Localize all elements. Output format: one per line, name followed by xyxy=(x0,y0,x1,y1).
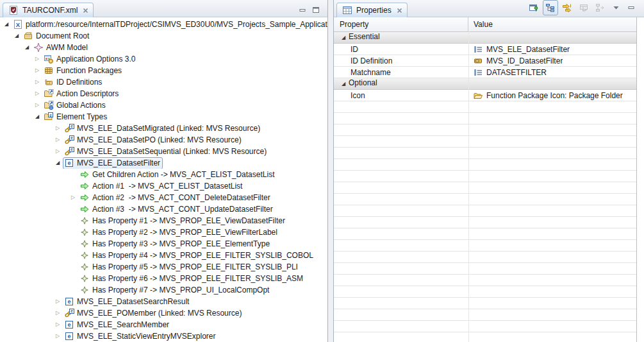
column-header-property[interactable]: Property xyxy=(334,17,468,31)
collapse-toggle-icon[interactable] xyxy=(53,157,63,169)
tree-item-label: Has Property #2 -> MVS_PROP_ELE_ViewFilt… xyxy=(90,228,277,237)
tree-item-content: eMVS_ELE_POMember (Linked: MVS Resource) xyxy=(63,307,244,319)
tree-item[interactable]: Has Property #1 -> MVS_PROP_ELE_ViewData… xyxy=(0,215,327,227)
tab-taurconf-xml[interactable]: TAURCONF.xml xyxy=(3,3,94,17)
tree-item[interactable]: Action #1 -> MVS_ACT_ELIST_DatasetList xyxy=(0,180,327,192)
tree-item[interactable]: eMVS_ELE_SearchMember xyxy=(0,319,327,330)
category-row[interactable]: Essential xyxy=(334,32,636,44)
tree-item[interactable]: eMVS_ELE_DataSetMigrated (Linked: MVS Re… xyxy=(0,123,327,134)
tree-item-content: eMVS_ELE_StaticViewEntryMVSExplorer xyxy=(63,330,219,342)
tree-item-content: Action Descriptors xyxy=(42,88,121,99)
expand-toggle-icon[interactable] xyxy=(32,88,42,99)
restore-default-value-button[interactable] xyxy=(576,0,591,15)
category-row[interactable]: Optional xyxy=(334,78,636,90)
svg-text:e: e xyxy=(67,333,70,339)
close-icon[interactable] xyxy=(395,8,402,13)
tree-item[interactable]: Get Children Action -> MVS_ACT_ELIST_Dat… xyxy=(0,169,327,180)
view-menu-button[interactable] xyxy=(609,0,622,15)
minimize-button[interactable] xyxy=(623,0,639,15)
has-property-icon xyxy=(79,227,90,237)
maximize-button[interactable] xyxy=(312,6,320,13)
tree-item[interactable]: eMVS_ELE_POMember (Linked: MVS Resource) xyxy=(0,307,327,319)
tree-item[interactable]: Action Descriptors xyxy=(0,88,327,99)
collapse-toggle-icon[interactable] xyxy=(338,32,349,43)
tab-properties[interactable]: Properties xyxy=(336,3,408,17)
close-icon[interactable] xyxy=(81,8,88,13)
expand-toggle-icon[interactable] xyxy=(68,192,78,203)
property-row[interactable]: ID DefinitionMVS_ID_DatasetFilter xyxy=(334,55,636,67)
tree-item[interactable]: Action #3 -> MVS_ACT_CONT_UpdateDatasetF… xyxy=(0,203,327,215)
expand-toggle-icon[interactable] xyxy=(53,146,63,157)
expand-toggle-icon[interactable] xyxy=(53,307,63,319)
tree-item[interactable]: Has Property #4 -> MVS_PROP_ELE_FILTER_S… xyxy=(0,250,327,261)
selected-tree-item-content: eMVS_ELE_DatasetFilter xyxy=(63,157,163,169)
expand-toggle-icon[interactable] xyxy=(53,123,63,134)
expand-toggle-icon[interactable] xyxy=(32,65,42,76)
property-value[interactable]: MVS_ID_DatasetFilter xyxy=(468,55,636,66)
editor-panel: TAURCONF.xml Xplatform:/resource/Interna… xyxy=(0,0,328,342)
minimize-button[interactable] xyxy=(299,7,306,13)
collapse-toggle-icon[interactable] xyxy=(22,42,32,53)
collapse-toggle-icon[interactable] xyxy=(32,111,42,123)
expand-toggle-icon[interactable] xyxy=(53,134,63,146)
tree-item[interactable]: eMVS_ELE_DataSetSequential (Linked: MVS … xyxy=(0,146,327,157)
tree-item-label: Function Packages xyxy=(54,66,122,75)
expand-toggle-icon[interactable] xyxy=(53,319,63,330)
tree-item[interactable]: Has Property #7 -> MVS_PROP_UI_LocalComp… xyxy=(0,284,327,296)
empty-row xyxy=(334,309,636,321)
tree-item[interactable]: AWM Model xyxy=(0,42,327,53)
empty-row xyxy=(334,252,636,263)
tree-item-label: ID Definitions xyxy=(54,78,102,87)
column-header-value[interactable]: Value xyxy=(468,20,493,29)
action-arrow-icon xyxy=(79,169,90,180)
has-property-icon xyxy=(79,273,90,284)
empty-row xyxy=(334,263,636,275)
id-definitions-icon: z xyxy=(43,77,54,87)
tree-item-label: Action #3 -> MVS_ACT_CONT_UpdateDatasetF… xyxy=(90,205,273,214)
tree-item[interactable]: Has Property #2 -> MVS_PROP_ELE_ViewFilt… xyxy=(0,227,327,238)
tree-item[interactable]: Document Root xyxy=(0,30,327,42)
pin-view-button[interactable] xyxy=(526,0,541,15)
tree-item[interactable]: Has Property #3 -> MVS_PROP_ELE_ElementT… xyxy=(0,238,327,250)
property-value-text: MVS_ELE_DatasetFilter xyxy=(486,45,570,54)
expand-toggle-icon[interactable] xyxy=(53,296,63,307)
tree-item[interactable]: Has Property #5 -> MVS_PROP_ELE_FILTER_S… xyxy=(0,261,327,273)
collapse-toggle-icon[interactable] xyxy=(1,19,12,30)
tree-item-content: Document Root xyxy=(22,30,92,42)
show-advanced-properties-button[interactable] xyxy=(559,0,575,15)
tree-item-label: Has Property #1 -> MVS_PROP_ELE_ViewData… xyxy=(90,216,285,225)
tree-item-content: Function Packages xyxy=(42,65,124,76)
collapse-toggle-icon[interactable] xyxy=(338,78,349,89)
show-categories-alt-button[interactable] xyxy=(593,0,608,15)
tree-item[interactable]: eMVS_ELE_DatasetFilter xyxy=(0,157,327,169)
property-value[interactable]: DATASETFILTER xyxy=(468,67,636,78)
collapse-toggle-icon[interactable] xyxy=(12,30,22,42)
empty-row xyxy=(334,136,636,148)
tree-item[interactable]: eMVS_ELE_DatasetSearchResult xyxy=(0,296,327,307)
property-row[interactable]: IconFunction Package Icon: Package Folde… xyxy=(334,90,636,101)
tree-item[interactable]: Application Options 3.0 xyxy=(0,53,327,65)
tree-item[interactable]: eMVS_ELE_DataSetPO (Linked: MVS Resource… xyxy=(0,134,327,146)
empty-row xyxy=(334,148,636,159)
tree-item[interactable]: eElement Types xyxy=(0,111,327,123)
tree-item[interactable]: eMVS_ELE_StaticViewEntryMVSExplorer xyxy=(0,330,327,342)
expand-toggle-icon[interactable] xyxy=(32,99,42,111)
svg-text:e: e xyxy=(70,124,73,128)
show-categories-button[interactable] xyxy=(543,0,558,15)
property-value[interactable]: Function Package Icon: Package Folder xyxy=(468,90,636,101)
property-row[interactable]: MatchnameDATASETFILTER xyxy=(334,67,636,78)
tree-item[interactable]: Has Property #6 -> MVS_PROP_ELE_FILTER_S… xyxy=(0,273,327,284)
property-value[interactable]: MVS_ELE_DatasetFilter xyxy=(468,44,636,55)
tree-item[interactable]: Global Actions xyxy=(0,99,327,111)
tree-item[interactable]: Function Packages xyxy=(0,65,327,76)
tree-item[interactable]: Xplatform:/resource/InternalTDProject/CS… xyxy=(0,19,327,30)
expand-toggle-icon[interactable] xyxy=(32,53,42,65)
expand-toggle-icon[interactable] xyxy=(32,76,42,88)
tree-item[interactable]: Action #2 -> MVS_ACT_CONT_DeleteDatasetF… xyxy=(0,192,327,203)
property-row[interactable]: IDMVS_ELE_DatasetFilter xyxy=(334,44,636,55)
tree-item-label: platform:/resource/InternalTDProject/CSI… xyxy=(24,20,327,29)
tree-item-label: Document Root xyxy=(34,31,89,40)
expand-toggle-icon[interactable] xyxy=(53,330,63,342)
tree-item[interactable]: zID Definitions xyxy=(0,76,327,88)
sash-divider[interactable] xyxy=(328,0,333,342)
